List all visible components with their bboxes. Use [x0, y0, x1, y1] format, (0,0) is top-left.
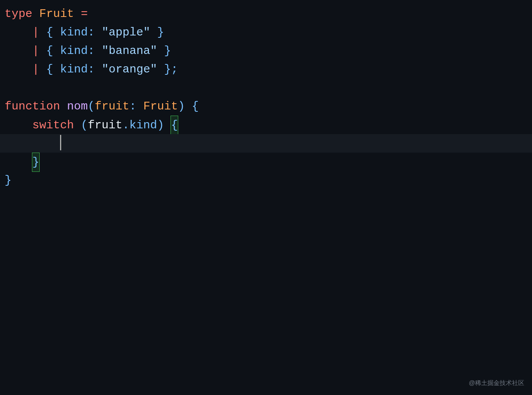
- string-literal: "orange": [102, 63, 157, 76]
- property-kind: kind: [60, 63, 88, 76]
- union-pipe: |: [32, 26, 39, 39]
- code-line-empty[interactable]: [5, 79, 532, 97]
- code-line[interactable]: type Fruit =: [5, 5, 532, 23]
- colon: :: [88, 26, 95, 39]
- function-name: nom: [67, 100, 88, 113]
- open-brace: {: [46, 44, 53, 57]
- code-line[interactable]: switch (fruit.kind) {: [5, 116, 532, 134]
- code-line[interactable]: | { kind: "apple" }: [5, 23, 532, 42]
- code-line[interactable]: | { kind: "banana" }: [5, 42, 532, 60]
- dot: .: [122, 119, 129, 132]
- property-access: kind: [129, 119, 157, 132]
- parameter: fruit: [95, 100, 129, 113]
- colon: :: [129, 100, 136, 113]
- close-brace: }: [157, 26, 164, 39]
- open-brace: {: [192, 100, 199, 113]
- string-literal: "banana": [102, 44, 157, 57]
- watermark: @稀土掘金技术社区: [469, 378, 524, 388]
- open-paren: (: [81, 119, 88, 132]
- semicolon: ;: [171, 63, 178, 76]
- equals-operator: =: [81, 7, 88, 20]
- code-line-cursor[interactable]: [5, 134, 532, 153]
- close-brace-matched: }: [32, 153, 40, 172]
- close-brace: }: [164, 63, 171, 76]
- close-paren: ): [157, 119, 164, 132]
- code-line[interactable]: }: [5, 171, 532, 190]
- close-brace: }: [5, 174, 12, 187]
- code-line[interactable]: }: [5, 153, 532, 171]
- keyword-switch: switch: [32, 119, 74, 132]
- open-brace: {: [46, 26, 53, 39]
- property-kind: kind: [60, 44, 88, 57]
- colon: :: [88, 63, 95, 76]
- code-editor[interactable]: type Fruit = | { kind: "apple" } | { kin…: [0, 0, 532, 190]
- union-pipe: |: [32, 63, 39, 76]
- type-annotation: Fruit: [143, 100, 178, 113]
- close-brace: }: [164, 44, 171, 57]
- open-brace-matched: {: [171, 116, 178, 135]
- union-pipe: |: [32, 44, 39, 57]
- keyword-function: function: [5, 100, 60, 113]
- string-literal: "apple": [102, 26, 150, 39]
- code-line[interactable]: function nom(fruit: Fruit) {: [5, 97, 532, 116]
- property-kind: kind: [60, 26, 88, 39]
- open-brace: {: [46, 63, 53, 76]
- type-name: Fruit: [39, 7, 74, 20]
- keyword-type: type: [5, 7, 32, 20]
- colon: :: [88, 44, 95, 57]
- text-cursor: [60, 135, 61, 150]
- close-paren: ): [178, 100, 185, 113]
- variable: fruit: [88, 119, 122, 132]
- open-paren: (: [88, 100, 95, 113]
- code-line[interactable]: | { kind: "orange" };: [5, 60, 532, 79]
